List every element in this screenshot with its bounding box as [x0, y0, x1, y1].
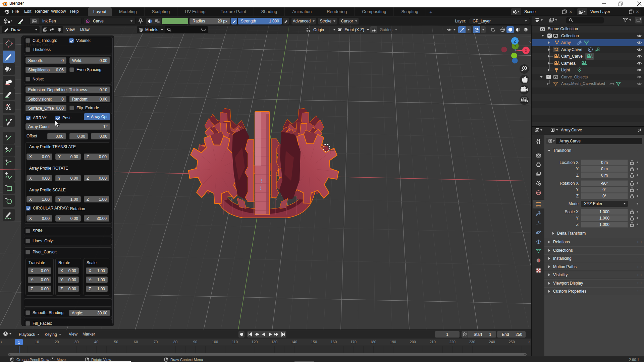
svg-text:X: X: [525, 49, 527, 53]
svg-text:Z: Z: [514, 39, 516, 43]
svg-text:‹: ‹: [529, 39, 531, 44]
